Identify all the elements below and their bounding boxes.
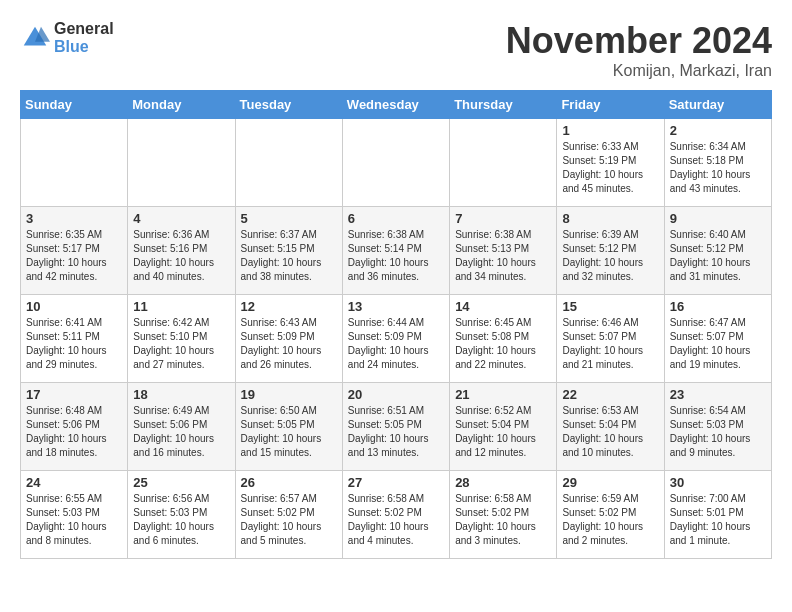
table-row: 28Sunrise: 6:58 AM Sunset: 5:02 PM Dayli… [450, 471, 557, 559]
day-number: 2 [670, 123, 766, 138]
day-number: 27 [348, 475, 444, 490]
day-info: Sunrise: 6:54 AM Sunset: 5:03 PM Dayligh… [670, 404, 766, 460]
day-info: Sunrise: 6:34 AM Sunset: 5:18 PM Dayligh… [670, 140, 766, 196]
day-number: 12 [241, 299, 337, 314]
day-info: Sunrise: 6:37 AM Sunset: 5:15 PM Dayligh… [241, 228, 337, 284]
day-info: Sunrise: 6:48 AM Sunset: 5:06 PM Dayligh… [26, 404, 122, 460]
day-info: Sunrise: 6:33 AM Sunset: 5:19 PM Dayligh… [562, 140, 658, 196]
day-number: 24 [26, 475, 122, 490]
day-info: Sunrise: 6:36 AM Sunset: 5:16 PM Dayligh… [133, 228, 229, 284]
table-row: 1Sunrise: 6:33 AM Sunset: 5:19 PM Daylig… [557, 119, 664, 207]
table-row: 25Sunrise: 6:56 AM Sunset: 5:03 PM Dayli… [128, 471, 235, 559]
day-info: Sunrise: 6:38 AM Sunset: 5:13 PM Dayligh… [455, 228, 551, 284]
table-row: 10Sunrise: 6:41 AM Sunset: 5:11 PM Dayli… [21, 295, 128, 383]
day-info: Sunrise: 7:00 AM Sunset: 5:01 PM Dayligh… [670, 492, 766, 548]
table-row: 26Sunrise: 6:57 AM Sunset: 5:02 PM Dayli… [235, 471, 342, 559]
table-row: 18Sunrise: 6:49 AM Sunset: 5:06 PM Dayli… [128, 383, 235, 471]
day-info: Sunrise: 6:38 AM Sunset: 5:14 PM Dayligh… [348, 228, 444, 284]
day-number: 19 [241, 387, 337, 402]
calendar-week-1: 1Sunrise: 6:33 AM Sunset: 5:19 PM Daylig… [21, 119, 772, 207]
col-saturday: Saturday [664, 91, 771, 119]
day-info: Sunrise: 6:46 AM Sunset: 5:07 PM Dayligh… [562, 316, 658, 372]
day-info: Sunrise: 6:59 AM Sunset: 5:02 PM Dayligh… [562, 492, 658, 548]
day-info: Sunrise: 6:39 AM Sunset: 5:12 PM Dayligh… [562, 228, 658, 284]
table-row: 9Sunrise: 6:40 AM Sunset: 5:12 PM Daylig… [664, 207, 771, 295]
day-info: Sunrise: 6:42 AM Sunset: 5:10 PM Dayligh… [133, 316, 229, 372]
table-row: 15Sunrise: 6:46 AM Sunset: 5:07 PM Dayli… [557, 295, 664, 383]
table-row: 24Sunrise: 6:55 AM Sunset: 5:03 PM Dayli… [21, 471, 128, 559]
logo-general-label: General [54, 20, 114, 38]
day-info: Sunrise: 6:50 AM Sunset: 5:05 PM Dayligh… [241, 404, 337, 460]
calendar-week-3: 10Sunrise: 6:41 AM Sunset: 5:11 PM Dayli… [21, 295, 772, 383]
day-number: 5 [241, 211, 337, 226]
col-friday: Friday [557, 91, 664, 119]
logo: General Blue [20, 20, 114, 55]
table-row [342, 119, 449, 207]
table-row: 20Sunrise: 6:51 AM Sunset: 5:05 PM Dayli… [342, 383, 449, 471]
day-info: Sunrise: 6:44 AM Sunset: 5:09 PM Dayligh… [348, 316, 444, 372]
col-thursday: Thursday [450, 91, 557, 119]
day-info: Sunrise: 6:40 AM Sunset: 5:12 PM Dayligh… [670, 228, 766, 284]
day-number: 10 [26, 299, 122, 314]
day-info: Sunrise: 6:52 AM Sunset: 5:04 PM Dayligh… [455, 404, 551, 460]
month-title: November 2024 [506, 20, 772, 62]
table-row [128, 119, 235, 207]
day-info: Sunrise: 6:57 AM Sunset: 5:02 PM Dayligh… [241, 492, 337, 548]
day-number: 1 [562, 123, 658, 138]
logo-icon [20, 23, 50, 53]
table-row: 17Sunrise: 6:48 AM Sunset: 5:06 PM Dayli… [21, 383, 128, 471]
table-row: 23Sunrise: 6:54 AM Sunset: 5:03 PM Dayli… [664, 383, 771, 471]
logo-blue-label: Blue [54, 38, 114, 56]
day-number: 4 [133, 211, 229, 226]
table-row [21, 119, 128, 207]
table-row: 12Sunrise: 6:43 AM Sunset: 5:09 PM Dayli… [235, 295, 342, 383]
table-row: 14Sunrise: 6:45 AM Sunset: 5:08 PM Dayli… [450, 295, 557, 383]
table-row [235, 119, 342, 207]
table-row: 6Sunrise: 6:38 AM Sunset: 5:14 PM Daylig… [342, 207, 449, 295]
table-row: 11Sunrise: 6:42 AM Sunset: 5:10 PM Dayli… [128, 295, 235, 383]
calendar-header-row: Sunday Monday Tuesday Wednesday Thursday… [21, 91, 772, 119]
location-subtitle: Komijan, Markazi, Iran [506, 62, 772, 80]
table-row: 29Sunrise: 6:59 AM Sunset: 5:02 PM Dayli… [557, 471, 664, 559]
day-info: Sunrise: 6:45 AM Sunset: 5:08 PM Dayligh… [455, 316, 551, 372]
table-row: 5Sunrise: 6:37 AM Sunset: 5:15 PM Daylig… [235, 207, 342, 295]
day-number: 9 [670, 211, 766, 226]
day-number: 21 [455, 387, 551, 402]
day-number: 3 [26, 211, 122, 226]
table-row: 13Sunrise: 6:44 AM Sunset: 5:09 PM Dayli… [342, 295, 449, 383]
calendar-week-5: 24Sunrise: 6:55 AM Sunset: 5:03 PM Dayli… [21, 471, 772, 559]
day-info: Sunrise: 6:56 AM Sunset: 5:03 PM Dayligh… [133, 492, 229, 548]
day-info: Sunrise: 6:35 AM Sunset: 5:17 PM Dayligh… [26, 228, 122, 284]
day-info: Sunrise: 6:47 AM Sunset: 5:07 PM Dayligh… [670, 316, 766, 372]
day-number: 13 [348, 299, 444, 314]
day-number: 28 [455, 475, 551, 490]
table-row: 4Sunrise: 6:36 AM Sunset: 5:16 PM Daylig… [128, 207, 235, 295]
day-number: 11 [133, 299, 229, 314]
calendar-table: Sunday Monday Tuesday Wednesday Thursday… [20, 90, 772, 559]
day-number: 26 [241, 475, 337, 490]
table-row: 7Sunrise: 6:38 AM Sunset: 5:13 PM Daylig… [450, 207, 557, 295]
day-info: Sunrise: 6:58 AM Sunset: 5:02 PM Dayligh… [455, 492, 551, 548]
calendar-week-2: 3Sunrise: 6:35 AM Sunset: 5:17 PM Daylig… [21, 207, 772, 295]
day-number: 20 [348, 387, 444, 402]
page-header: General Blue November 2024 Komijan, Mark… [20, 20, 772, 80]
title-block: November 2024 Komijan, Markazi, Iran [506, 20, 772, 80]
day-info: Sunrise: 6:41 AM Sunset: 5:11 PM Dayligh… [26, 316, 122, 372]
day-number: 23 [670, 387, 766, 402]
col-sunday: Sunday [21, 91, 128, 119]
table-row: 22Sunrise: 6:53 AM Sunset: 5:04 PM Dayli… [557, 383, 664, 471]
day-number: 18 [133, 387, 229, 402]
day-info: Sunrise: 6:43 AM Sunset: 5:09 PM Dayligh… [241, 316, 337, 372]
day-number: 22 [562, 387, 658, 402]
day-number: 15 [562, 299, 658, 314]
day-number: 8 [562, 211, 658, 226]
day-number: 25 [133, 475, 229, 490]
table-row [450, 119, 557, 207]
table-row: 27Sunrise: 6:58 AM Sunset: 5:02 PM Dayli… [342, 471, 449, 559]
day-number: 6 [348, 211, 444, 226]
day-number: 30 [670, 475, 766, 490]
day-info: Sunrise: 6:49 AM Sunset: 5:06 PM Dayligh… [133, 404, 229, 460]
day-number: 17 [26, 387, 122, 402]
table-row: 16Sunrise: 6:47 AM Sunset: 5:07 PM Dayli… [664, 295, 771, 383]
day-info: Sunrise: 6:51 AM Sunset: 5:05 PM Dayligh… [348, 404, 444, 460]
